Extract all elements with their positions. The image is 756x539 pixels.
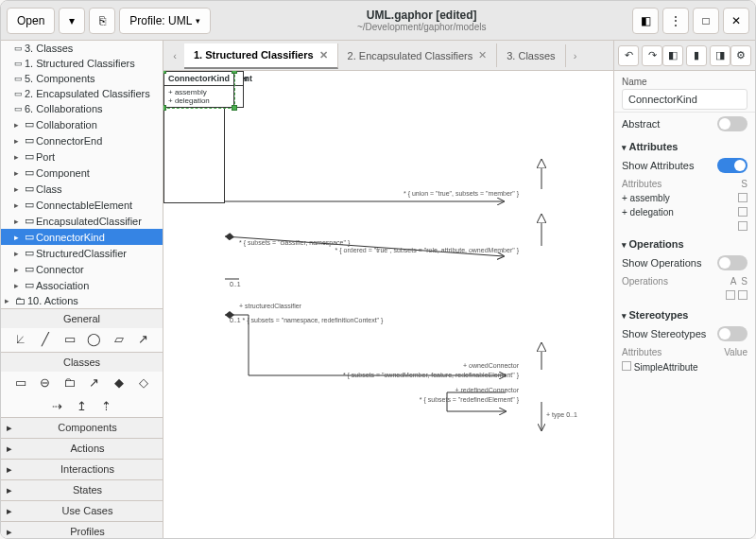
open-dropdown-button[interactable]: ▾	[59, 8, 85, 34]
new-model-button[interactable]: ⎘	[89, 8, 115, 34]
expand-icon[interactable]: ▸	[14, 184, 23, 194]
tab-close-icon[interactable]: ✕	[478, 49, 487, 61]
show-attributes-toggle[interactable]	[717, 158, 747, 173]
tool-pointer[interactable]: ⟀	[13, 332, 28, 346]
attributes-section-title[interactable]: Attributes	[614, 135, 755, 154]
expand-icon[interactable]: ▸	[14, 120, 23, 130]
tab-scroll-right[interactable]: ›	[566, 50, 585, 61]
tree-item[interactable]: ▸▭Collaboration	[1, 116, 163, 132]
palette-section-profiles[interactable]: ▸Profiles	[1, 521, 163, 538]
palette-section-actions[interactable]: ▸Actions	[1, 438, 163, 459]
tool-dependency[interactable]: ⇢	[50, 399, 65, 413]
diagram-canvas[interactable]: Classifierfrom 01. Classification struct…	[163, 71, 613, 538]
tool-comment[interactable]: ▱	[112, 332, 127, 346]
tool-ellipse[interactable]: ◯	[87, 332, 102, 346]
expand-icon[interactable]: ▸	[14, 200, 23, 210]
palette-section-components[interactable]: ▸Components	[1, 417, 163, 438]
show-operations-toggle[interactable]	[717, 255, 747, 270]
expand-icon[interactable]: ▸	[14, 249, 23, 258]
expand-icon[interactable]: ▸	[14, 233, 23, 242]
tree-item[interactable]: ▸▭Class	[1, 181, 163, 197]
package-icon: ▭	[14, 59, 23, 68]
edge-label: 0..1	[230, 281, 241, 287]
edge-label: + structuredClassifier	[239, 303, 301, 309]
profile-selector[interactable]: Profile: UML ▾	[119, 8, 211, 34]
layout-2-button[interactable]: ▮	[686, 45, 707, 66]
tab-encapsulated-classifiers[interactable]: 2. Encapsulated Classifiers ✕	[338, 43, 498, 67]
palette-section-usecases[interactable]: ▸Use Cases	[1, 500, 163, 521]
tab-structured-classifiers[interactable]: 1. Structured Classifiers ✕	[184, 43, 338, 69]
settings-button[interactable]: ⚙	[730, 45, 751, 66]
undo-button[interactable]: ↶	[618, 45, 639, 66]
tool-aggregation[interactable]: ◇	[136, 375, 151, 390]
attribute-row[interactable]: + delegation	[614, 205, 755, 219]
tree-item-structured[interactable]: ▭1. Structured Classifiers	[1, 56, 163, 71]
tool-interface[interactable]: ⊖	[38, 375, 53, 390]
model-tree[interactable]: ▭3. Classes ▭1. Structured Classifiers ▭…	[1, 41, 163, 308]
tree-item[interactable]: ▸▭ConnectableElement	[1, 197, 163, 213]
kebab-icon: ⋮	[670, 14, 681, 27]
tool-association[interactable]: ↗	[87, 375, 102, 390]
checkbox[interactable]	[738, 193, 747, 202]
tree-item-connectorkind[interactable]: ▸▭ConnectorKind	[1, 229, 163, 245]
tree-item[interactable]: ▸▭EncapsulatedClassifier	[1, 213, 163, 229]
abstract-toggle[interactable]	[717, 116, 747, 131]
tree-item[interactable]: ▸▭StructuredClassifier	[1, 245, 163, 261]
redo-icon: ↷	[648, 49, 657, 61]
sidebar-toggle-button[interactable]: ◧	[632, 8, 659, 34]
tree-item-encapsulated[interactable]: ▭2. Encapsulated Classifiers	[1, 86, 163, 101]
tool-box[interactable]: ▭	[62, 332, 77, 346]
tool-generalization[interactable]: ↥	[75, 399, 90, 413]
tree-item[interactable]: ▸▭ConnectorEnd	[1, 132, 163, 148]
show-stereotypes-toggle[interactable]	[717, 326, 747, 341]
expand-icon[interactable]: ▸	[14, 152, 23, 162]
palette-section-states[interactable]: ▸States	[1, 479, 163, 500]
expand-icon[interactable]: ▸	[14, 281, 23, 290]
tab-classes[interactable]: 3. Classes	[497, 44, 565, 67]
palette-section-classes[interactable]: Classes	[1, 352, 163, 372]
tool-class[interactable]: ▭	[13, 375, 28, 390]
palette-section-general[interactable]: General	[1, 308, 163, 328]
expand-icon[interactable]: ▸	[14, 136, 23, 146]
tool-line[interactable]: ╱	[38, 332, 53, 346]
window-close-button[interactable]: ✕	[723, 8, 749, 34]
expand-icon[interactable]: ▸	[5, 296, 13, 305]
stereotype-row[interactable]: SimpleAttribute	[614, 359, 755, 374]
uml-class-connectorkind[interactable]: ConnectorKind + assembly + delegation	[163, 71, 234, 108]
checkbox[interactable]	[726, 290, 735, 300]
tool-realization[interactable]: ⇡	[99, 399, 114, 413]
tab-scroll-left[interactable]: ‹	[165, 50, 184, 61]
expand-icon[interactable]: ▸	[14, 217, 23, 226]
maximize-icon: □	[702, 14, 709, 27]
expand-icon[interactable]: ▸	[14, 265, 23, 274]
checkbox[interactable]	[622, 361, 631, 371]
tree-item-collaborations[interactable]: ▭6. Collaborations	[1, 101, 163, 116]
tree-item-classes[interactable]: ▭3. Classes	[1, 41, 163, 56]
window-maximize-button[interactable]: □	[693, 8, 719, 34]
checkbox[interactable]	[738, 290, 747, 300]
tool-composition[interactable]: ◆	[112, 375, 127, 390]
tree-item[interactable]: ▸▭Association	[1, 277, 163, 293]
tool-comment-link[interactable]: ↗	[136, 332, 151, 346]
expand-icon[interactable]: ▸	[14, 168, 23, 178]
tree-item-actions[interactable]: ▸🗀10. Actions	[1, 293, 163, 308]
open-button[interactable]: Open	[7, 8, 55, 34]
checkbox[interactable]	[738, 207, 747, 217]
tree-item[interactable]: ▸▭Port	[1, 148, 163, 165]
checkbox[interactable]	[738, 221, 747, 231]
tab-close-icon[interactable]: ✕	[319, 49, 328, 61]
tree-item-components[interactable]: ▭5. Components	[1, 71, 163, 86]
redo-button[interactable]: ↷	[642, 45, 662, 66]
tool-package[interactable]: 🗀	[62, 375, 77, 390]
tree-item[interactable]: ▸▭Component	[1, 165, 163, 181]
layout-3-button[interactable]: ◨	[710, 45, 730, 66]
class-icon: ▭	[25, 247, 34, 259]
attribute-row[interactable]: + assembly	[614, 191, 755, 205]
tree-item[interactable]: ▸▭Connector	[1, 261, 163, 277]
operations-section-title[interactable]: Operations	[614, 233, 755, 252]
palette-section-interactions[interactable]: ▸Interactions	[1, 459, 163, 479]
name-input[interactable]: ConnectorKind	[622, 89, 747, 110]
stereotypes-section-title[interactable]: Stereotypes	[614, 304, 755, 322]
layout-1-button[interactable]: ◧	[662, 45, 683, 66]
menu-button[interactable]: ⋮	[662, 8, 689, 34]
